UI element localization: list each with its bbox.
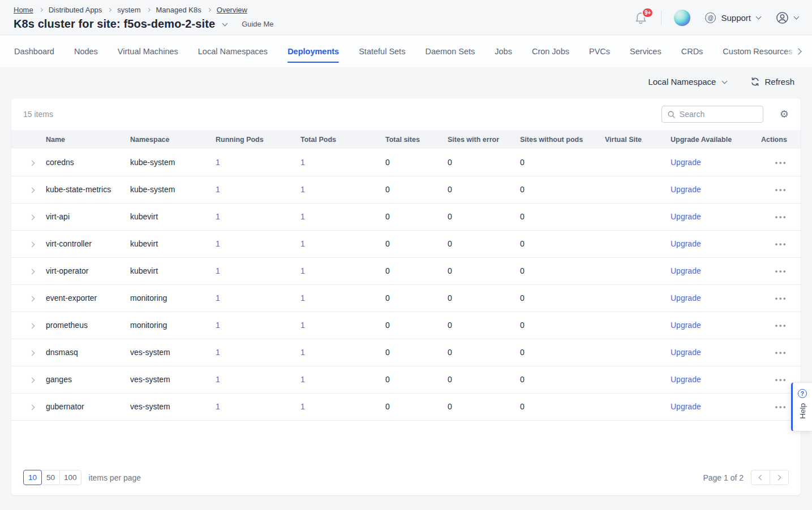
tab-local-namespaces[interactable]: Local Namespaces <box>198 35 268 67</box>
cell-namespace: kube-system <box>130 176 216 203</box>
support-menu[interactable]: @ Support <box>705 12 761 23</box>
breadcrumb-item[interactable]: Overview <box>217 6 247 14</box>
cell-namespace: kubevirt <box>130 230 216 257</box>
tab-virtual-machines[interactable]: Virtual Machines <box>118 35 178 67</box>
breadcrumb-item[interactable]: Distributed Apps <box>49 6 102 14</box>
upgrade-link[interactable]: Upgrade <box>671 158 701 167</box>
cell-running-pods-link[interactable]: 1 <box>216 212 220 221</box>
brand-logo[interactable] <box>674 10 690 26</box>
page-size-option[interactable]: 10 <box>23 470 42 485</box>
search-input[interactable] <box>680 110 758 119</box>
upgrade-link[interactable]: Upgrade <box>671 212 701 221</box>
cell-total-pods-link[interactable]: 1 <box>300 348 305 357</box>
row-actions-more-icon[interactable]: ••• <box>775 267 787 275</box>
page-info: Page 1 of 2 <box>703 473 744 482</box>
cell-total-pods-link[interactable]: 1 <box>300 212 305 221</box>
upgrade-link[interactable]: Upgrade <box>671 348 701 357</box>
cell-total-pods-link[interactable]: 1 <box>300 402 305 411</box>
tab-crds[interactable]: CRDs <box>681 35 703 67</box>
cell-running-pods-link[interactable]: 1 <box>216 321 220 330</box>
cell-running-pods-link[interactable]: 1 <box>216 239 220 248</box>
upgrade-link[interactable]: Upgrade <box>671 239 701 248</box>
breadcrumb-item[interactable]: Managed K8s <box>156 6 201 14</box>
toolbar: Local Namespace Refresh <box>0 67 812 87</box>
cell-virtual-site <box>605 393 671 420</box>
row-actions-more-icon[interactable]: ••• <box>775 321 787 330</box>
row-expand-chevron-icon[interactable] <box>29 215 35 221</box>
breadcrumb-item[interactable]: system <box>117 6 140 14</box>
tab-deployments[interactable]: Deployments <box>287 35 339 67</box>
cell-total-pods-link[interactable]: 1 <box>300 293 305 302</box>
page-size-option[interactable]: 100 <box>59 470 81 485</box>
cell-total-pods-link[interactable]: 1 <box>300 158 305 167</box>
cell-total-pods-link[interactable]: 1 <box>300 375 305 384</box>
tabs-scroll-right-button[interactable] <box>786 35 812 67</box>
cell-running-pods-link[interactable]: 1 <box>216 348 220 357</box>
cell-virtual-site <box>605 366 671 393</box>
row-actions-more-icon[interactable]: ••• <box>775 158 787 167</box>
upgrade-link[interactable]: Upgrade <box>671 185 701 194</box>
cell-total-pods-link[interactable]: 1 <box>300 321 305 330</box>
search-box[interactable] <box>661 106 763 123</box>
next-page-button[interactable] <box>770 470 789 485</box>
row-expand-chevron-icon[interactable] <box>29 242 35 248</box>
row-expand-chevron-icon[interactable] <box>29 351 35 356</box>
namespace-selector[interactable]: Local Namespace <box>648 77 727 87</box>
tab-dashboard[interactable]: Dashboard <box>14 35 54 67</box>
tab-daemon-sets[interactable]: Daemon Sets <box>425 35 475 67</box>
title-chevron-down-icon[interactable] <box>222 20 228 26</box>
cell-running-pods-link[interactable]: 1 <box>216 293 220 302</box>
row-actions-more-icon[interactable]: ••• <box>775 240 787 248</box>
cell-total-pods-link[interactable]: 1 <box>300 239 305 248</box>
cell-total-pods-link[interactable]: 1 <box>300 266 305 275</box>
row-expand-chevron-icon[interactable] <box>29 323 35 329</box>
tab-pvcs[interactable]: PVCs <box>589 35 610 67</box>
tab-stateful-sets[interactable]: Stateful Sets <box>359 35 405 67</box>
tab-cron-jobs[interactable]: Cron Jobs <box>532 35 569 67</box>
refresh-button[interactable]: Refresh <box>750 77 794 87</box>
previous-page-button[interactable] <box>751 470 770 485</box>
row-actions-more-icon[interactable]: ••• <box>775 213 787 221</box>
cell-running-pods-link[interactable]: 1 <box>216 375 220 384</box>
notifications-button[interactable]: 9+ <box>634 10 648 25</box>
tab-services[interactable]: Services <box>630 35 661 67</box>
row-expand-chevron-icon[interactable] <box>29 405 35 410</box>
breadcrumb-item[interactable]: Home <box>14 6 33 14</box>
upgrade-link[interactable]: Upgrade <box>671 375 701 384</box>
row-actions-more-icon[interactable]: ••• <box>775 348 787 357</box>
tab-custom-resources[interactable]: Custom Resources <box>723 35 792 67</box>
page-size-option[interactable]: 50 <box>41 470 60 485</box>
row-actions-more-icon[interactable]: ••• <box>775 403 787 411</box>
table-row: virt-api kubevirt 1 1 0 0 0 Upgrade ••• <box>11 203 801 230</box>
row-expand-chevron-icon[interactable] <box>29 378 35 383</box>
cell-namespace: ves-system <box>130 366 216 393</box>
row-actions-more-icon[interactable]: ••• <box>775 185 787 194</box>
cell-running-pods-link[interactable]: 1 <box>216 402 220 411</box>
row-actions-more-icon[interactable]: ••• <box>775 375 787 384</box>
cell-running-pods-link[interactable]: 1 <box>216 158 220 167</box>
refresh-icon <box>750 77 760 87</box>
row-expand-chevron-icon[interactable] <box>29 296 35 302</box>
table-header-row: Name Namespace Running Pods Total Pods T… <box>11 130 801 149</box>
row-expand-chevron-icon[interactable] <box>29 160 35 166</box>
tab-nodes[interactable]: Nodes <box>74 35 98 67</box>
upgrade-link[interactable]: Upgrade <box>671 321 701 330</box>
row-expand-chevron-icon[interactable] <box>29 188 35 193</box>
user-menu[interactable] <box>775 11 798 25</box>
upgrade-link[interactable]: Upgrade <box>671 293 701 302</box>
cell-running-pods-link[interactable]: 1 <box>216 266 220 275</box>
row-expand-chevron-icon[interactable] <box>29 269 35 275</box>
deployments-table-card: 15 items ⚙ Name <box>11 98 801 495</box>
upgrade-link[interactable]: Upgrade <box>671 266 701 275</box>
row-actions-more-icon[interactable]: ••• <box>775 294 787 302</box>
upgrade-link[interactable]: Upgrade <box>671 402 701 411</box>
cell-total-pods-link[interactable]: 1 <box>300 185 305 194</box>
cell-running-pods-link[interactable]: 1 <box>216 185 220 194</box>
help-side-tab[interactable]: ? Help <box>791 382 812 431</box>
guide-me-link[interactable]: Guide Me <box>242 20 273 28</box>
table-row: virt-operator kubevirt 1 1 0 0 0 Upgrade… <box>11 257 801 284</box>
table-settings-gear-icon[interactable]: ⚙ <box>780 109 789 119</box>
cell-total-sites: 0 <box>385 257 448 284</box>
tab-jobs[interactable]: Jobs <box>495 35 512 67</box>
column-sites-without-pods: Sites without pods <box>520 130 605 149</box>
